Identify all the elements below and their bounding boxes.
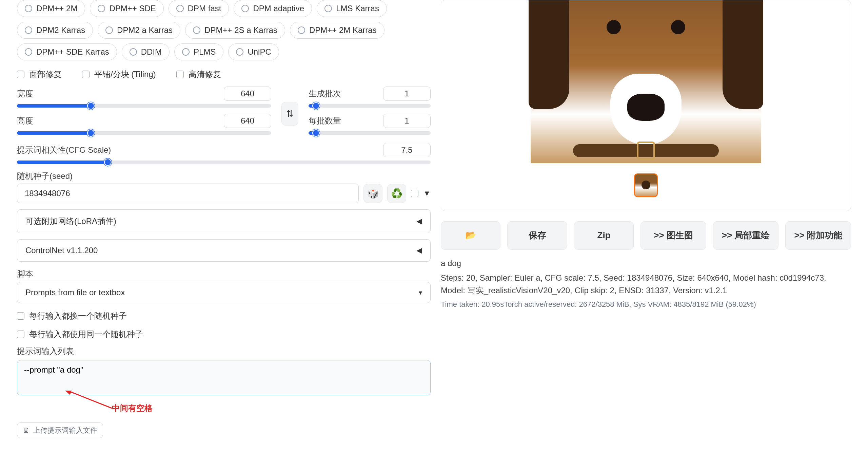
tiling-checkbox[interactable]: 平铺/分块 (Tiling)	[82, 69, 156, 80]
reuse-seed-button[interactable]: ♻️	[387, 184, 406, 203]
batch-size-slider[interactable]	[309, 131, 431, 135]
height-slider[interactable]	[17, 131, 271, 135]
radio-icon	[182, 48, 190, 56]
folder-icon: 📂	[465, 230, 476, 241]
script-label: 脚本	[17, 268, 431, 279]
cfg-input[interactable]: 7.5	[383, 143, 431, 157]
cfg-label: 提示词相关性(CFG Scale)	[17, 145, 111, 155]
radio-icon	[298, 26, 305, 34]
open-folder-button[interactable]: 📂	[441, 221, 500, 250]
width-slider[interactable]	[17, 104, 271, 108]
result-params-text: Steps: 20, Sampler: Euler a, CFG scale: …	[441, 271, 851, 297]
radio-icon	[98, 5, 105, 12]
result-thumbnail[interactable]	[634, 173, 658, 197]
sampler-grid: DPM++ 2MDPM++ SDEDPM fastDPM adaptiveLMS…	[17, 0, 431, 60]
swap-dims-button[interactable]: ⇅	[281, 102, 298, 126]
sampler-option[interactable]: LMS Karras	[317, 0, 387, 17]
svg-line-0	[69, 391, 112, 408]
sampler-option[interactable]: DDIM	[122, 43, 170, 60]
triangle-left-icon: ◀	[416, 246, 422, 255]
seed-input[interactable]: 1834948076	[17, 184, 359, 203]
result-image-panel	[441, 0, 851, 211]
prompt-list-label: 提示词输入列表	[17, 346, 431, 357]
upload-prompt-file-button[interactable]: 🗎 上传提示词输入文件	[17, 422, 103, 438]
lora-accordion[interactable]: 可选附加网络(LoRA插件)◀	[17, 209, 431, 233]
save-button[interactable]: 保存	[507, 221, 567, 250]
batch-size-input[interactable]: 1	[383, 114, 431, 128]
radio-icon	[25, 48, 32, 56]
sampler-option[interactable]: DPM fast	[169, 0, 229, 17]
radio-icon	[130, 48, 137, 56]
result-image[interactable]	[531, 0, 761, 163]
radio-icon	[25, 5, 32, 12]
seed-extra-checkbox[interactable]	[411, 190, 418, 197]
sampler-option[interactable]: DPM2 Karras	[17, 22, 93, 39]
sampler-option[interactable]: UniPC	[228, 43, 279, 60]
random-seed-button[interactable]: 🎲	[363, 184, 382, 203]
sampler-option[interactable]: DPM++ 2M	[17, 0, 85, 17]
batch-count-input[interactable]: 1	[383, 87, 431, 101]
width-input[interactable]: 640	[224, 87, 271, 101]
hires-fix-checkbox[interactable]: 高清修复	[176, 69, 221, 80]
annotation-text: 中间有空格	[112, 403, 153, 414]
batch-count-slider[interactable]	[309, 104, 431, 108]
batch-size-label: 每批数量	[309, 115, 341, 126]
chevron-down-icon: ▾	[419, 288, 422, 297]
radio-icon	[241, 5, 249, 12]
zip-button[interactable]: Zip	[574, 221, 634, 250]
result-prompt-text: a dog	[441, 259, 851, 268]
face-restore-checkbox[interactable]: 面部修复	[17, 69, 62, 80]
radio-icon	[25, 26, 32, 34]
sampler-option[interactable]: DPM++ 2M Karras	[290, 22, 384, 39]
send-to-inpaint-button[interactable]: >> 局部重绘	[713, 221, 779, 250]
seed-label: 随机种子(seed)	[17, 171, 431, 182]
sampler-option[interactable]: PLMS	[174, 43, 223, 60]
cfg-slider[interactable]	[17, 161, 431, 164]
radio-icon	[236, 48, 243, 56]
radio-icon	[176, 5, 184, 12]
result-time-text: Time taken: 20.95sTorch active/reserved:…	[441, 300, 851, 309]
send-to-extras-button[interactable]: >> 附加功能	[785, 221, 851, 250]
send-to-img2img-button[interactable]: >> 图生图	[640, 221, 706, 250]
radio-icon	[105, 26, 113, 34]
file-icon: 🗎	[23, 426, 30, 434]
batch-count-label: 生成批次	[309, 88, 341, 99]
sampler-option[interactable]: DPM++ SDE Karras	[17, 43, 117, 60]
sampler-option[interactable]: DPM adaptive	[234, 0, 312, 17]
seed-expand-icon[interactable]: ▼	[423, 189, 431, 198]
prompt-list-textarea[interactable]	[17, 360, 431, 395]
height-input[interactable]: 640	[224, 114, 271, 128]
radio-icon	[324, 5, 332, 12]
script-select[interactable]: Prompts from file or textbox▾	[17, 282, 431, 303]
height-label: 高度	[17, 115, 33, 126]
triangle-left-icon: ◀	[416, 217, 422, 226]
same-seed-checkbox[interactable]: 每行输入都使用同一个随机种子	[17, 329, 431, 340]
iterate-seed-checkbox[interactable]: 每行输入都换一个随机种子	[17, 311, 431, 321]
width-label: 宽度	[17, 88, 33, 99]
sampler-option[interactable]: DPM2 a Karras	[98, 22, 180, 39]
sampler-option[interactable]: DPM++ 2S a Karras	[185, 22, 285, 39]
controlnet-accordion[interactable]: ControlNet v1.1.200◀	[17, 239, 431, 262]
sampler-option[interactable]: DPM++ SDE	[90, 0, 163, 17]
radio-icon	[193, 26, 200, 34]
